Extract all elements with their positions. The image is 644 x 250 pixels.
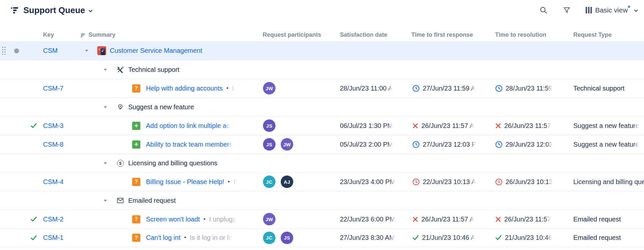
collapse-chevron-icon[interactable]: [103, 104, 108, 110]
time-to-first-response-value: 26/Jun/23 11:57 A: [421, 216, 474, 223]
issue-key-link[interactable]: CSM-7: [43, 85, 63, 92]
view-chevron-down-icon: [633, 8, 639, 13]
queue-structure-icon: [10, 6, 19, 15]
time-to-resolution-value: 26/Jun/23 10:13: [506, 178, 553, 186]
avatar[interactable]: JW: [263, 213, 275, 225]
request-type-value: Technical support: [573, 85, 625, 92]
summary-separator-dot: •: [184, 234, 186, 241]
column-header-time-to-first-response[interactable]: Time to first response: [411, 31, 494, 41]
dollar-circle-icon: $: [117, 160, 124, 167]
column-header-satisfaction-date[interactable]: Satisfaction date: [339, 31, 411, 41]
issue-title-link[interactable]: Ability to track team members: [146, 141, 232, 148]
column-header-time-to-resolution[interactable]: Time to resolution: [494, 31, 572, 41]
group-row-suggest-a-new-feature[interactable]: Suggest a new feature: [0, 97, 644, 116]
time-to-resolution-value: 29/Jun/23 12:03: [506, 141, 553, 148]
summary-separator-dot: •: [226, 85, 228, 92]
issue-title-link[interactable]: Add option to link multiple ac: [146, 122, 230, 130]
time-to-first-response-value: 26/Jun/23 11:57 A: [421, 122, 474, 130]
satisfaction-date-value: 27/Jun/23 8:30 AM: [340, 234, 395, 241]
collapse-chevron-icon[interactable]: [84, 48, 89, 53]
table-row-project-csm[interactable]: CSM Customer Service Management: [0, 41, 644, 60]
request-type-value: Suggest a new feature: [573, 122, 639, 130]
summary-separator-dot: •: [228, 178, 230, 185]
check-icon: [495, 234, 502, 241]
column-header-request-participants[interactable]: Request participants: [262, 31, 339, 41]
x-icon: [412, 123, 418, 129]
columns-icon: [585, 7, 592, 14]
time-to-first-response-value: 22/Jun/23 10:13 A: [423, 178, 476, 186]
resolved-check-icon: [30, 122, 37, 129]
avatar[interactable]: JS: [263, 119, 275, 132]
lightbulb-icon: [117, 104, 124, 111]
group-row-emailed-request[interactable]: Emailed request: [0, 191, 644, 210]
satisfaction-date-value: 28/Jun/23 11:00 A: [340, 85, 393, 92]
project-avatar-icon: [97, 46, 106, 55]
issue-title-link[interactable]: Can't log int: [146, 234, 180, 241]
clock-icon: [495, 178, 503, 186]
issue-title-link[interactable]: Screen won't loadt: [146, 216, 200, 223]
status-dot: [14, 48, 19, 53]
clock-icon: [412, 85, 420, 92]
satisfaction-date-value: 23/Jun/23 4:00 PM: [340, 178, 395, 186]
question-request-icon: ?: [132, 234, 140, 242]
drag-handle[interactable]: [2, 47, 6, 55]
issue-title-link[interactable]: Help with adding accounts: [146, 85, 223, 92]
sort-icon[interactable]: [80, 33, 86, 38]
resolved-check-icon: [30, 234, 37, 241]
issue-description-snippet: I: [232, 85, 234, 92]
clock-icon: [412, 141, 420, 148]
time-to-first-response-value: 27/Jun/23 11:59 A: [423, 85, 475, 92]
filter-button[interactable]: [562, 5, 572, 15]
group-row-licensing-and-billing[interactable]: $ Licensing and billing questions: [0, 154, 644, 172]
collapse-chevron-icon[interactable]: [103, 160, 108, 166]
column-header-request-type[interactable]: Request Type: [572, 31, 644, 41]
avatar[interactable]: JS: [263, 138, 275, 151]
table-header: Key Summary Request participants Satisfa…: [0, 20, 644, 41]
table-row-csm-1[interactable]: CSM-1 ? Can't log int • Is it log in or …: [0, 228, 644, 247]
clock-icon: [495, 141, 503, 148]
title-chevron-down-icon[interactable]: [88, 8, 93, 14]
collapse-chevron-icon[interactable]: [103, 67, 108, 73]
issue-key-link[interactable]: CSM-3: [43, 122, 63, 130]
table-row-csm-4[interactable]: CSM-4 ? Billing Issue - Please Help! • I…: [0, 172, 644, 191]
group-label: Suggest a new feature: [128, 103, 194, 111]
issue-description-snippet: I': [233, 178, 236, 186]
request-type-value: Suggest a new feature: [573, 141, 639, 148]
avatar[interactable]: JC: [263, 232, 275, 244]
view-modified-marker: *: [628, 4, 630, 11]
group-label: Emailed request: [128, 197, 176, 204]
column-header-key[interactable]: Key: [11, 31, 71, 41]
issue-key-link[interactable]: CSM-8: [43, 141, 63, 148]
column-header-summary[interactable]: Summary: [71, 31, 262, 41]
project-title-link[interactable]: Customer Service Management: [110, 47, 202, 54]
group-row-technical-support[interactable]: Technical support: [0, 60, 644, 79]
search-button[interactable]: [538, 5, 549, 15]
issue-key-link[interactable]: CSM-2: [43, 216, 63, 223]
table-row-csm-7[interactable]: CSM-7 ? Help with adding accounts • I JW…: [0, 79, 644, 97]
issue-key-link[interactable]: CSM-4: [43, 178, 63, 186]
issue-description-snippet: Is it log in or lo: [190, 234, 232, 241]
avatar[interactable]: JC: [263, 176, 275, 188]
table-row-csm-3[interactable]: CSM-3 + Add option to link multiple ac J…: [0, 116, 644, 135]
table-row-csm-2[interactable]: CSM-2 ? Screen won't loadt • I unplugg J…: [0, 210, 644, 228]
time-to-resolution-value: 28/Jun/23 11:59: [506, 85, 552, 92]
x-icon: [495, 216, 501, 222]
avatar[interactable]: AJ: [281, 176, 293, 188]
table-row-csm-8[interactable]: CSM-8 + Ability to track team members JS…: [0, 135, 644, 154]
support-queue-page: Support Queue Basic view*: [0, 0, 644, 250]
avatar[interactable]: JW: [281, 138, 293, 151]
project-key-link[interactable]: CSM: [43, 47, 58, 54]
collapse-chevron-icon[interactable]: [103, 198, 108, 203]
group-label: Technical support: [128, 66, 179, 73]
envelope-icon: [117, 198, 124, 203]
suggestion-request-icon: +: [132, 122, 140, 130]
issue-title-link[interactable]: Billing Issue - Please Help!: [146, 178, 224, 186]
avatar[interactable]: JS: [281, 232, 293, 244]
clock-icon: [495, 85, 503, 92]
x-icon: [412, 216, 418, 222]
check-icon: [412, 234, 419, 241]
request-type-value: Licensing and billing questions: [573, 178, 644, 186]
avatar[interactable]: JW: [263, 82, 275, 94]
view-switcher-button[interactable]: Basic view*: [585, 6, 639, 14]
issue-key-link[interactable]: CSM-1: [43, 234, 63, 241]
